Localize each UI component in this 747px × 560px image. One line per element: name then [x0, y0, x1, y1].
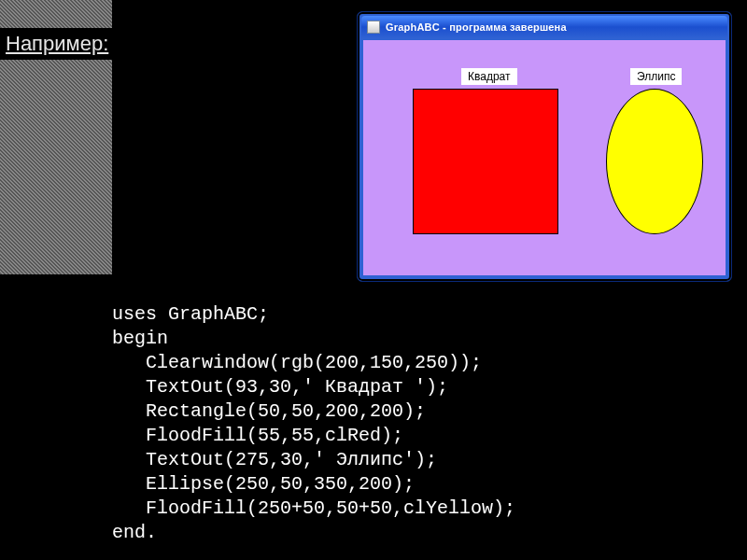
code-line: Rectangle(50,50,200,200); — [112, 400, 426, 422]
graphabc-window: GraphABC - программа завершена Квадрат Э… — [357, 11, 732, 282]
code-line: TextOut(93,30,' Квадрат '); — [112, 376, 448, 398]
code-line: begin — [112, 328, 168, 349]
code-line: uses GraphABC; — [112, 303, 269, 325]
titlebar[interactable]: GraphABC - программа завершена — [361, 16, 727, 38]
window-title: GraphABC - программа завершена — [386, 21, 567, 33]
code-line: FloodFill(55,55,clRed); — [112, 425, 403, 446]
code-line: Ellipse(250,50,350,200); — [112, 473, 415, 495]
code-line: Clearwindow(rgb(200,150,250)); — [112, 352, 482, 373]
decorative-block-mid — [0, 60, 112, 274]
code-line: FloodFill(250+50,50+50,clYellow); — [112, 497, 515, 519]
code-block: uses GraphABC; begin Clearwindow(rgb(200… — [112, 302, 515, 545]
code-line: end. — [112, 522, 157, 543]
app-icon — [367, 21, 380, 34]
slide-title: Например: — [6, 32, 108, 56]
decorative-block-top — [0, 0, 112, 28]
ellipse-shape — [606, 89, 703, 234]
square-label: Квадрат — [461, 68, 517, 85]
code-line: TextOut(275,30,' Эллипс'); — [112, 449, 437, 470]
canvas-area: Квадрат Эллипс — [363, 40, 726, 275]
square-shape — [413, 89, 558, 234]
ellipse-label: Эллипс — [630, 68, 682, 85]
